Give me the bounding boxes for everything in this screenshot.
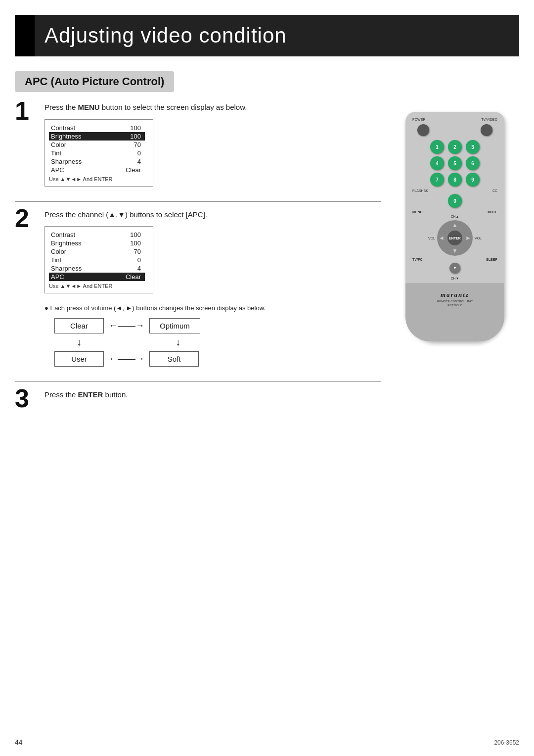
ch-down-button[interactable]: ▼	[449, 263, 460, 274]
btn-3[interactable]: 3	[466, 140, 480, 154]
step-3-text: Press the ENTER button.	[44, 389, 381, 401]
step-1: 1 Press the MENU button to select the sc…	[15, 102, 381, 191]
tvvideo-button[interactable]	[481, 124, 492, 136]
menu-row: Contrast100	[49, 124, 145, 132]
mode-optimum: Optimum	[149, 318, 200, 333]
page-header: Adjusting video condition	[15, 15, 519, 56]
remote-brand: marantz	[410, 291, 499, 299]
cc-label: CC	[492, 189, 497, 192]
remote-model-label: REMOTE CONTROL UNIT	[410, 300, 499, 303]
dpad-right-arrow[interactable]: ►	[465, 235, 471, 241]
dpad[interactable]: ▲ ▼ ◄ ► ENTER	[437, 220, 473, 256]
remote-model-number: RC1500LC	[410, 304, 499, 307]
remote-control: POWER TV/VIDEO 1 2 3 4 5 6 7	[405, 112, 504, 341]
arrow-h-top: ←——→	[109, 321, 144, 331]
menu-row: Sharpness4	[49, 157, 145, 166]
btn-4[interactable]: 4	[430, 156, 444, 170]
ch-down-label: CH▼	[450, 277, 459, 280]
step-number-1: 1	[15, 98, 40, 124]
arrow-h-bottom: ←——→	[109, 354, 144, 364]
menu-row: APCClear	[49, 166, 145, 174]
step-number-2: 2	[15, 205, 40, 231]
mute-label: MUTE	[488, 210, 497, 214]
step-2-text: Press the channel (▲,▼) buttons to selec…	[44, 209, 381, 221]
dpad-down-arrow[interactable]: ▼	[452, 247, 458, 254]
menu-hint-2: Use ▲▼◄► And ENTER	[49, 283, 145, 289]
menu-row: Color70	[49, 141, 145, 149]
section-title-bar: APC (Auto Picture Control)	[15, 71, 174, 92]
dpad-up-arrow[interactable]: ▲	[452, 222, 458, 229]
mode-user: User	[54, 351, 104, 367]
btn-7[interactable]: 7	[430, 173, 444, 187]
power-button[interactable]	[417, 124, 429, 136]
mode-clear: Clear	[54, 318, 104, 333]
ch-up-label: CH▲	[450, 215, 459, 218]
dpad-left-arrow[interactable]: ◄	[439, 235, 445, 241]
tvvideo-label: TV/VIDEO	[481, 118, 497, 121]
btn-6[interactable]: 6	[466, 156, 480, 170]
page-footer: 44 206-3652	[15, 738, 519, 746]
tvpc-label: TV/PC	[412, 258, 423, 261]
menu-row: APCClear	[49, 273, 145, 281]
menu-box-1: Contrast100 Brightness100 Color70 Tint0	[44, 119, 153, 187]
menu-row: Brightness100	[49, 132, 145, 141]
power-label: POWER	[412, 118, 425, 121]
enter-button[interactable]: ENTER	[447, 231, 462, 245]
step-1-text: Press the MENU button to select the scre…	[44, 102, 381, 113]
mode-diagram: Clear ←——→ Optimum ↓ ↓	[54, 318, 381, 367]
arrow-down-left: ↓	[77, 336, 82, 348]
vol-left-label: VOL	[428, 236, 435, 240]
page-number: 44	[15, 738, 23, 746]
menu-row: Tint0	[49, 256, 145, 264]
page-title: Adjusting video condition	[44, 24, 287, 47]
btn-1[interactable]: 1	[430, 140, 444, 154]
flashbk-label: FLASHBK	[412, 189, 428, 192]
apc-note: ● Each press of volume (◄, ►) buttons ch…	[44, 303, 381, 313]
btn-5[interactable]: 5	[448, 156, 462, 170]
menu-row: Brightness100	[49, 239, 145, 247]
btn-2[interactable]: 2	[448, 140, 462, 154]
btn-9[interactable]: 9	[466, 173, 480, 187]
btn-0[interactable]: 0	[448, 194, 462, 208]
mode-soft: Soft	[149, 351, 199, 367]
step-3: 3 Press the ENTER button.	[15, 389, 381, 411]
menu-row: Contrast100	[49, 231, 145, 239]
step-number-3: 3	[15, 385, 40, 411]
menu-row: Color70	[49, 247, 145, 256]
step-2: 2 Press the channel (▲,▼) buttons to sel…	[15, 209, 381, 372]
menu-box-2: Contrast100 Brightness100 Color70 Tint0	[44, 226, 153, 293]
arrow-down-right: ↓	[176, 336, 180, 348]
section-title: APC (Auto Picture Control)	[25, 75, 164, 88]
menu-label: MENU	[412, 210, 423, 214]
vol-right-label: VOL	[475, 236, 482, 240]
btn-8[interactable]: 8	[448, 173, 462, 187]
doc-number: 206-3652	[494, 739, 519, 746]
sleep-label: SLEEP	[486, 258, 497, 261]
menu-hint-1: Use ▲▼◄► And ENTER	[49, 176, 145, 182]
menu-row: Tint0	[49, 149, 145, 157]
menu-row: Sharpness4	[49, 264, 145, 273]
